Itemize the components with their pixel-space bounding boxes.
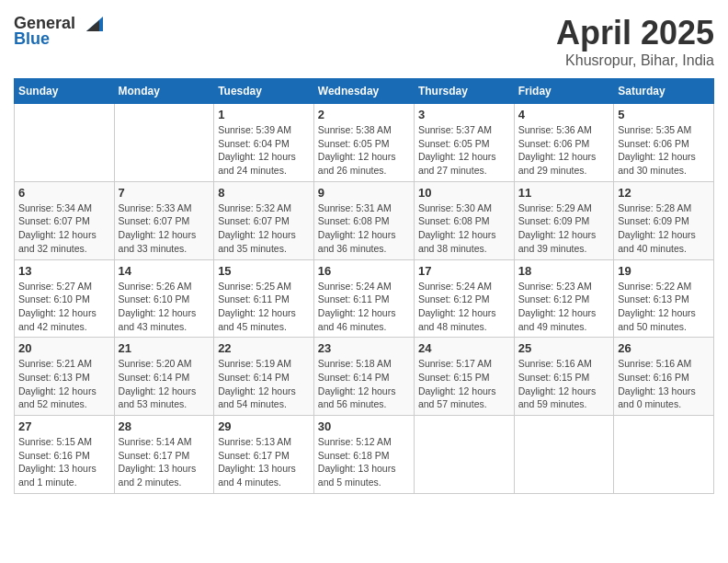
day-info: Sunrise: 5:14 AM Sunset: 6:17 PM Dayligh… [119,435,210,489]
day-number: 8 [218,186,310,200]
day-info: Sunrise: 5:33 AM Sunset: 6:07 PM Dayligh… [119,201,210,256]
calendar-cell: 3Sunrise: 5:37 AM Sunset: 6:05 PM Daylig… [414,104,514,182]
day-header-sunday: Sunday [15,79,115,104]
day-info: Sunrise: 5:16 AM Sunset: 6:16 PM Dayligh… [618,357,710,411]
calendar-cell: 10Sunrise: 5:30 AM Sunset: 6:08 PM Dayli… [414,181,514,259]
day-number: 14 [119,264,210,278]
day-info: Sunrise: 5:32 AM Sunset: 6:07 PM Dayligh… [218,201,310,256]
calendar-cell: 21Sunrise: 5:20 AM Sunset: 6:14 PM Dayli… [114,338,214,416]
days-header-row: SundayMondayTuesdayWednesdayThursdayFrid… [15,79,714,104]
day-info: Sunrise: 5:35 AM Sunset: 6:06 PM Dayligh… [618,123,710,178]
calendar-cell: 11Sunrise: 5:29 AM Sunset: 6:09 PM Dayli… [514,181,613,259]
day-header-wednesday: Wednesday [313,79,414,104]
calendar-cell: 2Sunrise: 5:38 AM Sunset: 6:05 PM Daylig… [313,104,414,182]
calendar-cell: 12Sunrise: 5:28 AM Sunset: 6:09 PM Dayli… [614,181,714,259]
title-area: April 2025 Khusropur, Bihar, India [556,14,714,69]
calendar-cell: 19Sunrise: 5:22 AM Sunset: 6:13 PM Dayli… [614,259,714,338]
calendar-cell: 30Sunrise: 5:12 AM Sunset: 6:18 PM Dayli… [313,416,414,494]
day-number: 6 [18,186,110,200]
day-number: 5 [618,108,710,121]
logo-icon [77,15,105,33]
day-info: Sunrise: 5:28 AM Sunset: 6:09 PM Dayligh… [618,201,710,256]
calendar-cell: 1Sunrise: 5:39 AM Sunset: 6:04 PM Daylig… [214,104,314,182]
day-number: 23 [318,341,410,355]
week-row-5: 27Sunrise: 5:15 AM Sunset: 6:16 PM Dayli… [15,416,714,494]
day-number: 29 [218,419,310,433]
day-number: 17 [418,264,510,278]
day-info: Sunrise: 5:36 AM Sunset: 6:06 PM Dayligh… [518,123,609,178]
day-info: Sunrise: 5:31 AM Sunset: 6:08 PM Dayligh… [318,201,410,256]
day-header-saturday: Saturday [614,79,714,104]
calendar-cell: 18Sunrise: 5:23 AM Sunset: 6:12 PM Dayli… [514,259,613,338]
logo-blue-text: Blue [14,29,50,49]
day-info: Sunrise: 5:22 AM Sunset: 6:13 PM Dayligh… [618,280,710,334]
day-number: 27 [18,419,110,433]
day-info: Sunrise: 5:21 AM Sunset: 6:13 PM Dayligh… [18,357,110,411]
calendar-cell: 17Sunrise: 5:24 AM Sunset: 6:12 PM Dayli… [414,259,514,338]
week-row-3: 13Sunrise: 5:27 AM Sunset: 6:10 PM Dayli… [15,259,714,338]
calendar-cell [114,104,214,182]
day-header-monday: Monday [114,79,214,104]
calendar-cell: 23Sunrise: 5:18 AM Sunset: 6:14 PM Dayli… [313,338,414,416]
calendar-cell: 7Sunrise: 5:33 AM Sunset: 6:07 PM Daylig… [114,181,214,259]
day-info: Sunrise: 5:15 AM Sunset: 6:16 PM Dayligh… [18,435,110,489]
day-info: Sunrise: 5:26 AM Sunset: 6:10 PM Dayligh… [119,280,210,334]
day-info: Sunrise: 5:24 AM Sunset: 6:11 PM Dayligh… [318,280,410,334]
day-info: Sunrise: 5:29 AM Sunset: 6:09 PM Dayligh… [518,201,609,256]
calendar-cell: 16Sunrise: 5:24 AM Sunset: 6:11 PM Dayli… [313,259,414,338]
day-number: 22 [218,341,310,355]
week-row-2: 6Sunrise: 5:34 AM Sunset: 6:07 PM Daylig… [15,181,714,259]
day-number: 15 [218,264,310,278]
calendar-cell [514,416,613,494]
day-number: 21 [119,341,210,355]
day-info: Sunrise: 5:12 AM Sunset: 6:18 PM Dayligh… [318,435,410,489]
day-header-tuesday: Tuesday [214,79,314,104]
day-info: Sunrise: 5:16 AM Sunset: 6:15 PM Dayligh… [518,357,609,411]
day-info: Sunrise: 5:18 AM Sunset: 6:14 PM Dayligh… [318,357,410,411]
day-info: Sunrise: 5:23 AM Sunset: 6:12 PM Dayligh… [518,280,609,334]
day-info: Sunrise: 5:38 AM Sunset: 6:05 PM Dayligh… [318,123,410,178]
day-number: 25 [518,341,609,355]
page-header: General Blue April 2025 Khusropur, Bihar… [14,14,714,69]
day-number: 1 [218,108,310,121]
calendar-cell [15,104,115,182]
calendar-cell: 26Sunrise: 5:16 AM Sunset: 6:16 PM Dayli… [614,338,714,416]
day-number: 12 [618,186,710,200]
calendar-cell: 8Sunrise: 5:32 AM Sunset: 6:07 PM Daylig… [214,181,314,259]
calendar-cell: 15Sunrise: 5:25 AM Sunset: 6:11 PM Dayli… [214,259,314,338]
day-number: 20 [18,341,110,355]
calendar-cell: 4Sunrise: 5:36 AM Sunset: 6:06 PM Daylig… [514,104,613,182]
calendar-cell: 14Sunrise: 5:26 AM Sunset: 6:10 PM Dayli… [114,259,214,338]
calendar-cell: 13Sunrise: 5:27 AM Sunset: 6:10 PM Dayli… [15,259,115,338]
calendar-cell: 20Sunrise: 5:21 AM Sunset: 6:13 PM Dayli… [15,338,115,416]
calendar-cell [414,416,514,494]
calendar-title: April 2025 [556,14,714,52]
day-number: 13 [18,264,110,278]
day-number: 24 [418,341,510,355]
day-number: 9 [318,186,410,200]
calendar-cell: 5Sunrise: 5:35 AM Sunset: 6:06 PM Daylig… [614,104,714,182]
day-number: 2 [318,108,410,121]
calendar-cell: 27Sunrise: 5:15 AM Sunset: 6:16 PM Dayli… [15,416,115,494]
week-row-1: 1Sunrise: 5:39 AM Sunset: 6:04 PM Daylig… [15,104,714,182]
calendar-cell: 22Sunrise: 5:19 AM Sunset: 6:14 PM Dayli… [214,338,314,416]
calendar-cell: 25Sunrise: 5:16 AM Sunset: 6:15 PM Dayli… [514,338,613,416]
day-header-friday: Friday [514,79,613,104]
calendar-cell: 6Sunrise: 5:34 AM Sunset: 6:07 PM Daylig… [15,181,115,259]
day-info: Sunrise: 5:39 AM Sunset: 6:04 PM Dayligh… [218,123,310,178]
day-number: 30 [318,419,410,433]
day-number: 19 [618,264,710,278]
logo: General Blue [14,14,105,49]
day-info: Sunrise: 5:19 AM Sunset: 6:14 PM Dayligh… [218,357,310,411]
day-number: 28 [119,419,210,433]
calendar-body: 1Sunrise: 5:39 AM Sunset: 6:04 PM Daylig… [15,104,714,494]
day-info: Sunrise: 5:37 AM Sunset: 6:05 PM Dayligh… [418,123,510,178]
day-info: Sunrise: 5:27 AM Sunset: 6:10 PM Dayligh… [18,280,110,334]
day-info: Sunrise: 5:25 AM Sunset: 6:11 PM Dayligh… [218,280,310,334]
day-number: 3 [418,108,510,121]
calendar-header: SundayMondayTuesdayWednesdayThursdayFrid… [15,79,714,104]
day-header-thursday: Thursday [414,79,514,104]
day-number: 7 [119,186,210,200]
calendar-cell: 9Sunrise: 5:31 AM Sunset: 6:08 PM Daylig… [313,181,414,259]
calendar-cell [614,416,714,494]
